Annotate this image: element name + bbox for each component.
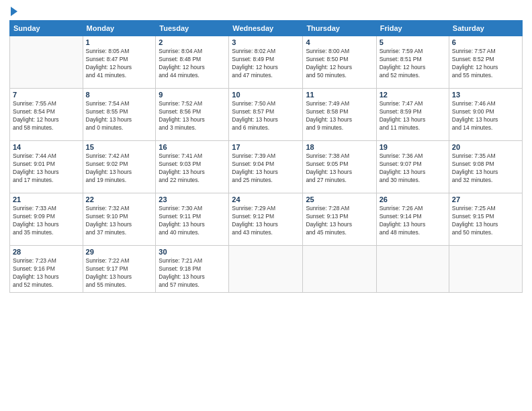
calendar-cell: 11Sunrise: 7:49 AM Sunset: 8:58 PM Dayli… bbox=[303, 89, 376, 141]
calendar-cell: 10Sunrise: 7:50 AM Sunset: 8:57 PM Dayli… bbox=[229, 89, 303, 141]
calendar-cell: 5Sunrise: 7:59 AM Sunset: 8:51 PM Daylig… bbox=[376, 36, 449, 89]
day-info: Sunrise: 7:30 AM Sunset: 9:11 PM Dayligh… bbox=[159, 205, 226, 237]
calendar-cell bbox=[376, 246, 449, 293]
calendar-cell: 6Sunrise: 7:57 AM Sunset: 8:52 PM Daylig… bbox=[449, 36, 522, 89]
calendar-cell: 18Sunrise: 7:38 AM Sunset: 9:05 PM Dayli… bbox=[303, 141, 376, 193]
logo-arrow-icon bbox=[11, 7, 17, 16]
calendar-week-row: 21Sunrise: 7:33 AM Sunset: 9:09 PM Dayli… bbox=[10, 193, 523, 246]
calendar-cell: 1Sunrise: 8:05 AM Sunset: 8:47 PM Daylig… bbox=[83, 36, 156, 89]
day-number: 26 bbox=[380, 195, 446, 203]
day-info: Sunrise: 7:35 AM Sunset: 9:08 PM Dayligh… bbox=[452, 152, 519, 185]
day-info: Sunrise: 7:54 AM Sunset: 8:55 PM Dayligh… bbox=[86, 100, 153, 132]
calendar-cell: 8Sunrise: 7:54 AM Sunset: 8:55 PM Daylig… bbox=[83, 89, 156, 141]
day-info: Sunrise: 7:25 AM Sunset: 9:15 PM Dayligh… bbox=[452, 205, 519, 237]
calendar-week-row: 14Sunrise: 7:44 AM Sunset: 9:01 PM Dayli… bbox=[10, 141, 523, 193]
calendar-cell: 4Sunrise: 8:00 AM Sunset: 8:50 PM Daylig… bbox=[303, 36, 376, 89]
day-info: Sunrise: 8:05 AM Sunset: 8:47 PM Dayligh… bbox=[86, 48, 153, 80]
weekday-header-friday: Friday bbox=[376, 21, 449, 36]
page: SundayMondayTuesdayWednesdayThursdayFrid… bbox=[0, 0, 532, 411]
calendar-cell: 15Sunrise: 7:42 AM Sunset: 9:02 PM Dayli… bbox=[83, 141, 156, 193]
weekday-header-thursday: Thursday bbox=[303, 21, 376, 36]
day-info: Sunrise: 8:04 AM Sunset: 8:48 PM Dayligh… bbox=[159, 48, 226, 80]
day-number: 21 bbox=[13, 195, 80, 203]
day-number: 18 bbox=[306, 143, 373, 151]
calendar-cell: 21Sunrise: 7:33 AM Sunset: 9:09 PM Dayli… bbox=[10, 193, 83, 246]
day-number: 12 bbox=[380, 91, 446, 99]
logo bbox=[9, 7, 17, 16]
day-info: Sunrise: 7:44 AM Sunset: 9:01 PM Dayligh… bbox=[13, 152, 80, 185]
day-info: Sunrise: 7:29 AM Sunset: 9:12 PM Dayligh… bbox=[232, 205, 300, 237]
day-number: 16 bbox=[159, 143, 226, 151]
day-number: 25 bbox=[306, 195, 373, 203]
day-info: Sunrise: 7:41 AM Sunset: 9:03 PM Dayligh… bbox=[159, 152, 226, 185]
day-info: Sunrise: 7:32 AM Sunset: 9:10 PM Dayligh… bbox=[86, 205, 153, 237]
day-number: 14 bbox=[13, 143, 80, 151]
day-info: Sunrise: 7:55 AM Sunset: 8:54 PM Dayligh… bbox=[13, 100, 80, 132]
day-info: Sunrise: 7:22 AM Sunset: 9:17 PM Dayligh… bbox=[86, 257, 153, 289]
calendar-cell bbox=[10, 36, 83, 89]
calendar-cell: 16Sunrise: 7:41 AM Sunset: 9:03 PM Dayli… bbox=[156, 141, 229, 193]
day-info: Sunrise: 8:02 AM Sunset: 8:49 PM Dayligh… bbox=[232, 48, 300, 80]
calendar-cell: 19Sunrise: 7:36 AM Sunset: 9:07 PM Dayli… bbox=[376, 141, 449, 193]
day-number: 24 bbox=[232, 195, 300, 203]
day-number: 19 bbox=[380, 143, 446, 151]
day-info: Sunrise: 7:52 AM Sunset: 8:56 PM Dayligh… bbox=[159, 100, 226, 132]
day-info: Sunrise: 7:28 AM Sunset: 9:13 PM Dayligh… bbox=[306, 205, 373, 237]
day-info: Sunrise: 7:39 AM Sunset: 9:04 PM Dayligh… bbox=[232, 152, 300, 185]
day-info: Sunrise: 7:47 AM Sunset: 8:59 PM Dayligh… bbox=[380, 100, 446, 132]
day-info: Sunrise: 7:50 AM Sunset: 8:57 PM Dayligh… bbox=[232, 100, 300, 132]
day-number: 23 bbox=[159, 195, 226, 203]
calendar-week-row: 7Sunrise: 7:55 AM Sunset: 8:54 PM Daylig… bbox=[10, 89, 523, 141]
day-number: 2 bbox=[159, 38, 226, 46]
calendar-cell: 30Sunrise: 7:21 AM Sunset: 9:18 PM Dayli… bbox=[156, 246, 229, 293]
day-info: Sunrise: 7:42 AM Sunset: 9:02 PM Dayligh… bbox=[86, 152, 153, 185]
calendar-week-row: 28Sunrise: 7:23 AM Sunset: 9:16 PM Dayli… bbox=[10, 246, 523, 293]
day-number: 11 bbox=[306, 91, 373, 99]
weekday-header-sunday: Sunday bbox=[10, 21, 83, 36]
day-number: 1 bbox=[86, 38, 153, 46]
calendar-cell: 24Sunrise: 7:29 AM Sunset: 9:12 PM Dayli… bbox=[229, 193, 303, 246]
calendar-cell: 28Sunrise: 7:23 AM Sunset: 9:16 PM Dayli… bbox=[10, 246, 83, 293]
weekday-header-saturday: Saturday bbox=[449, 21, 522, 36]
day-number: 9 bbox=[159, 91, 226, 99]
weekday-header-monday: Monday bbox=[83, 21, 156, 36]
calendar-cell: 2Sunrise: 8:04 AM Sunset: 8:48 PM Daylig… bbox=[156, 36, 229, 89]
calendar-cell: 12Sunrise: 7:47 AM Sunset: 8:59 PM Dayli… bbox=[376, 89, 449, 141]
calendar-cell: 14Sunrise: 7:44 AM Sunset: 9:01 PM Dayli… bbox=[10, 141, 83, 193]
day-info: Sunrise: 7:57 AM Sunset: 8:52 PM Dayligh… bbox=[452, 48, 519, 80]
day-info: Sunrise: 7:23 AM Sunset: 9:16 PM Dayligh… bbox=[13, 257, 80, 289]
day-number: 28 bbox=[13, 248, 80, 256]
calendar-cell: 23Sunrise: 7:30 AM Sunset: 9:11 PM Dayli… bbox=[156, 193, 229, 246]
logo-text bbox=[9, 7, 17, 16]
day-number: 6 bbox=[452, 38, 519, 46]
day-info: Sunrise: 7:38 AM Sunset: 9:05 PM Dayligh… bbox=[306, 152, 373, 185]
day-number: 22 bbox=[86, 195, 153, 203]
day-info: Sunrise: 7:36 AM Sunset: 9:07 PM Dayligh… bbox=[380, 152, 446, 185]
day-number: 3 bbox=[232, 38, 300, 46]
calendar-cell: 7Sunrise: 7:55 AM Sunset: 8:54 PM Daylig… bbox=[10, 89, 83, 141]
calendar-cell: 27Sunrise: 7:25 AM Sunset: 9:15 PM Dayli… bbox=[449, 193, 522, 246]
weekday-header-tuesday: Tuesday bbox=[156, 21, 229, 36]
calendar-table: SundayMondayTuesdayWednesdayThursdayFrid… bbox=[9, 20, 523, 293]
calendar-cell bbox=[303, 246, 376, 293]
calendar-cell: 9Sunrise: 7:52 AM Sunset: 8:56 PM Daylig… bbox=[156, 89, 229, 141]
calendar-cell bbox=[449, 246, 522, 293]
day-info: Sunrise: 7:21 AM Sunset: 9:18 PM Dayligh… bbox=[159, 257, 226, 289]
day-number: 17 bbox=[232, 143, 300, 151]
day-number: 8 bbox=[86, 91, 153, 99]
day-number: 5 bbox=[380, 38, 446, 46]
calendar-cell: 17Sunrise: 7:39 AM Sunset: 9:04 PM Dayli… bbox=[229, 141, 303, 193]
day-number: 13 bbox=[452, 91, 519, 99]
weekday-header-wednesday: Wednesday bbox=[229, 21, 303, 36]
day-info: Sunrise: 7:33 AM Sunset: 9:09 PM Dayligh… bbox=[13, 205, 80, 237]
day-info: Sunrise: 7:59 AM Sunset: 8:51 PM Dayligh… bbox=[380, 48, 446, 80]
day-info: Sunrise: 7:46 AM Sunset: 9:00 PM Dayligh… bbox=[452, 100, 519, 132]
calendar-cell: 25Sunrise: 7:28 AM Sunset: 9:13 PM Dayli… bbox=[303, 193, 376, 246]
day-number: 15 bbox=[86, 143, 153, 151]
day-number: 10 bbox=[232, 91, 300, 99]
day-number: 27 bbox=[452, 195, 519, 203]
calendar-header-row: SundayMondayTuesdayWednesdayThursdayFrid… bbox=[10, 21, 523, 36]
calendar-cell: 22Sunrise: 7:32 AM Sunset: 9:10 PM Dayli… bbox=[83, 193, 156, 246]
day-info: Sunrise: 7:49 AM Sunset: 8:58 PM Dayligh… bbox=[306, 100, 373, 132]
day-info: Sunrise: 7:26 AM Sunset: 9:14 PM Dayligh… bbox=[380, 205, 446, 237]
